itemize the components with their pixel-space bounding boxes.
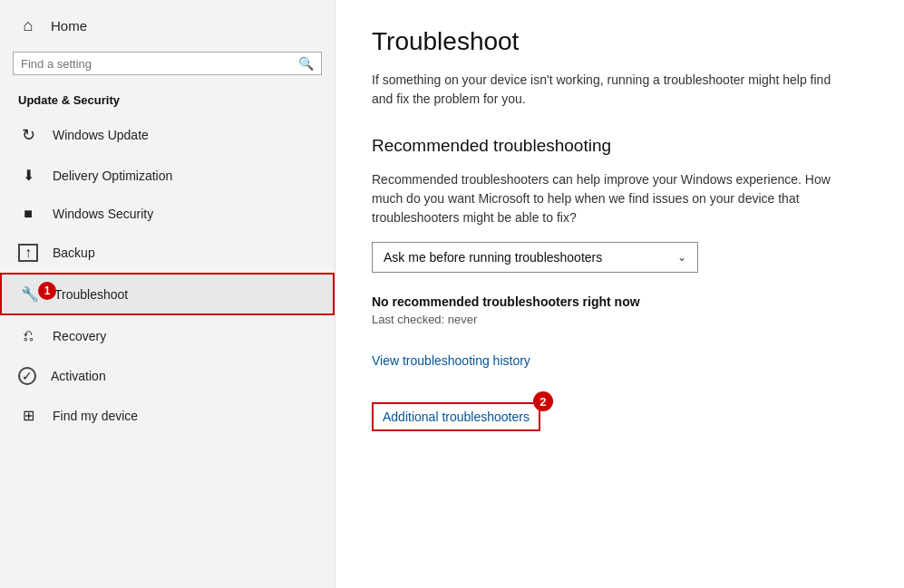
sidebar-item-backup[interactable]: ↑ Backup (0, 233, 335, 273)
no-recommended-text: No recommended troubleshooters right now (372, 294, 868, 309)
additional-link-wrapper: Additional troubleshooters 2 (372, 402, 540, 431)
search-input[interactable] (21, 57, 298, 71)
sidebar-item-label: Backup (53, 246, 95, 260)
intro-text: If something on your device isn't workin… (372, 71, 843, 109)
home-icon (18, 16, 38, 35)
sidebar-item-windows-update[interactable]: ↻ Windows Update (0, 114, 335, 156)
sidebar-item-windows-security[interactable]: ■ Windows Security (0, 195, 335, 233)
home-label: Home (51, 18, 87, 34)
activation-icon: ✓ (18, 367, 36, 385)
additional-badge: 2 (533, 391, 553, 411)
update-icon: ↻ (18, 125, 38, 145)
sidebar-item-recovery[interactable]: ⎌ Recovery (0, 315, 335, 356)
sidebar-item-label: Windows Update (53, 128, 149, 142)
sidebar-item-find-my-device[interactable]: ⊞ Find my device (0, 396, 335, 435)
additional-troubleshooters-link[interactable]: Additional troubleshooters (372, 402, 540, 431)
backup-icon: ↑ (18, 244, 38, 262)
security-icon: ■ (18, 206, 38, 222)
troubleshoot-badge: 1 (38, 282, 56, 300)
view-history-link[interactable]: View troubleshooting history (372, 353, 530, 368)
sidebar-item-label: Windows Security (53, 207, 153, 221)
recommended-desc: Recommended troubleshooters can help imp… (372, 170, 834, 227)
sidebar-item-label: Find my device (53, 409, 138, 423)
delivery-icon: ⬇ (18, 167, 38, 184)
sidebar-item-activation[interactable]: ✓ Activation (0, 356, 335, 396)
main-content: Troubleshoot If something on your device… (335, 0, 904, 588)
search-box: 🔍 (13, 52, 322, 75)
sidebar: Home 🔍 Update & Security ↻ Windows Updat… (0, 0, 335, 588)
sidebar-item-label: Troubleshoot (54, 287, 128, 302)
sidebar-item-label: Recovery (53, 329, 106, 343)
dropdown-arrow-icon: ⌄ (677, 251, 686, 264)
last-checked-text: Last checked: never (372, 313, 868, 326)
sidebar-item-troubleshoot[interactable]: 🔧 1 Troubleshoot (0, 273, 335, 315)
sidebar-item-label: Activation (51, 369, 106, 383)
page-title: Troubleshoot (372, 27, 868, 56)
troubleshooter-dropdown[interactable]: Ask me before running troubleshooters ⌄ (372, 242, 698, 273)
find-my-device-icon: ⊞ (18, 407, 38, 424)
recommended-section-title: Recommended troubleshooting (372, 136, 868, 156)
troubleshoot-icon: 🔧 (20, 285, 40, 303)
section-label: Update & Security (0, 86, 335, 114)
sidebar-item-label: Delivery Optimization (53, 169, 172, 183)
search-icon: 🔍 (298, 56, 314, 71)
recovery-icon: ⎌ (18, 326, 38, 345)
sidebar-home[interactable]: Home (0, 7, 335, 44)
dropdown-value: Ask me before running troubleshooters (384, 250, 602, 265)
sidebar-item-delivery-optimization[interactable]: ⬇ Delivery Optimization (0, 156, 335, 195)
